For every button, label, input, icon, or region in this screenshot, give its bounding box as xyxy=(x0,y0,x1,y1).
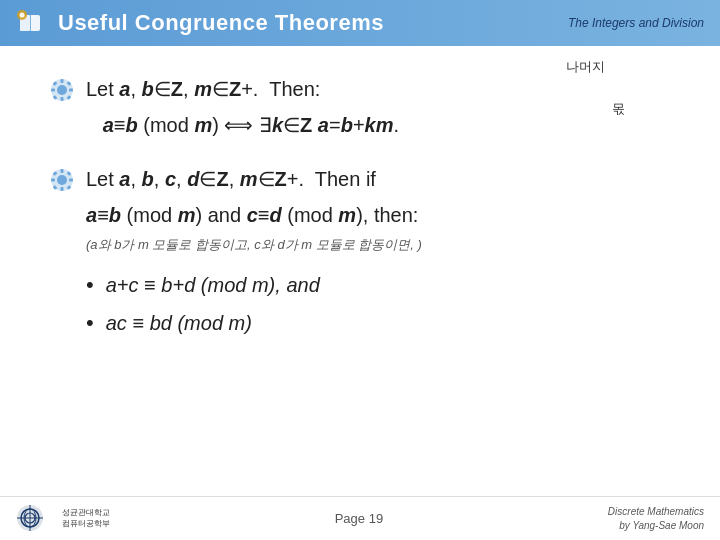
svg-point-6 xyxy=(57,85,67,95)
bullet-1-line2: a≡b (mod m) ⟺ ∃k∈Z a=b+km. xyxy=(86,110,672,140)
svg-rect-9 xyxy=(51,89,55,92)
svg-rect-20 xyxy=(69,179,73,182)
footer-logo: 성균관대학교 컴퓨터공학부 xyxy=(16,500,110,538)
bullet-2-line2: a≡b (mod m) and c≡d (mod m), then: xyxy=(86,200,672,230)
bullet-2-content: Let a, b, c, d∈Z, m∈Z+. Then if a≡b (mod… xyxy=(86,164,672,254)
sub-bullet-2: • ac ≡ bd (mod m) xyxy=(86,310,672,336)
footer-logo-text: 성균관대학교 컴퓨터공학부 xyxy=(62,508,110,529)
dot-2: • xyxy=(86,310,94,336)
bullet-2-korean: (a와 b가 m 모듈로 합동이고, c와 d가 m 모듈로 합동이면, ) xyxy=(86,236,672,254)
bullet-2-line1: Let a, b, c, d∈Z, m∈Z+. Then if xyxy=(86,164,672,194)
bullet-item-2: Let a, b, c, d∈Z, m∈Z+. Then if a≡b (mod… xyxy=(48,164,672,254)
svg-point-16 xyxy=(57,175,67,185)
dot-1: • xyxy=(86,272,94,298)
sub-math-1: a+c ≡ b+d (mod m), and xyxy=(106,274,320,297)
university-logo-icon xyxy=(16,500,62,538)
header-icon xyxy=(12,5,48,41)
svg-rect-17 xyxy=(61,169,64,173)
main-content: Let a, b∈Z, m∈Z+. Then: a≡b (mod m) ⟺ ∃k… xyxy=(0,46,720,368)
sub-bullet-list: • a+c ≡ b+d (mod m), and • ac ≡ bd (mod … xyxy=(86,272,672,336)
svg-rect-19 xyxy=(51,179,55,182)
sub-bullet-1: • a+c ≡ b+d (mod m), and xyxy=(86,272,672,298)
page-title: Useful Congruence Theorems xyxy=(58,10,384,36)
svg-rect-18 xyxy=(61,187,64,191)
svg-rect-8 xyxy=(61,97,64,101)
footer-credit: Discrete Mathematics by Yang-Sae Moon xyxy=(608,505,704,533)
svg-rect-10 xyxy=(69,89,73,92)
bullet-1-line1: Let a, b∈Z, m∈Z+. Then: xyxy=(86,74,672,104)
header-subtitle: The Integers and Division xyxy=(568,16,704,30)
bullet-1-content: Let a, b∈Z, m∈Z+. Then: a≡b (mod m) ⟺ ∃k… xyxy=(86,74,672,146)
bullet-item-1: Let a, b∈Z, m∈Z+. Then: a≡b (mod m) ⟺ ∃k… xyxy=(48,74,672,146)
footer: 성균관대학교 컴퓨터공학부 Page 19 Discrete Mathemati… xyxy=(0,496,720,540)
svg-point-4 xyxy=(20,13,25,18)
header-bar: Useful Congruence Theorems The Integers … xyxy=(0,0,720,46)
sub-math-2: ac ≡ bd (mod m) xyxy=(106,312,252,335)
svg-rect-7 xyxy=(61,79,64,83)
header-logo xyxy=(12,5,48,41)
footer-page: Page 19 xyxy=(110,511,608,526)
bullet-icon-2 xyxy=(48,166,76,194)
bullet-icon-1 xyxy=(48,76,76,104)
